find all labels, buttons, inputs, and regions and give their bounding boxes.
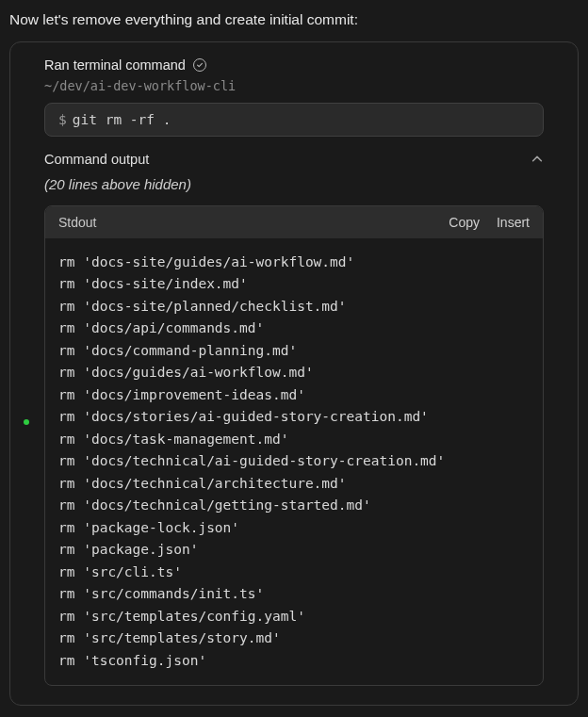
insert-button[interactable]: Insert: [497, 215, 530, 230]
stdout-box: Stdout Copy Insert rm 'docs-site/guides/…: [44, 205, 544, 686]
ran-terminal-label: Ran terminal command: [44, 57, 186, 73]
chevron-up-icon: [531, 153, 544, 166]
stdout-label: Stdout: [58, 215, 432, 230]
stdout-body: rm 'docs-site/guides/ai-workflow.md' rm …: [45, 238, 543, 685]
command-box: $git rm -rf .: [44, 103, 544, 137]
check-circle-icon: [193, 58, 206, 72]
command-output-toggle[interactable]: Command output: [44, 152, 544, 176]
terminal-card: Ran terminal command ~/dev/ai-dev-workfl…: [9, 41, 579, 706]
cwd-path: ~/dev/ai-dev-workflow-cli: [44, 78, 544, 103]
command-text: git rm -rf .: [73, 112, 172, 127]
status-dot: [24, 419, 29, 425]
copy-button[interactable]: Copy: [449, 215, 480, 230]
command-output-label: Command output: [44, 152, 149, 167]
intro-text: Now let's remove everything and create i…: [8, 8, 580, 41]
stdout-header: Stdout Copy Insert: [45, 206, 543, 238]
hidden-lines-note: (20 lines above hidden): [44, 176, 544, 205]
prompt-symbol: $: [58, 112, 67, 127]
ran-terminal-header: Ran terminal command: [44, 57, 544, 78]
